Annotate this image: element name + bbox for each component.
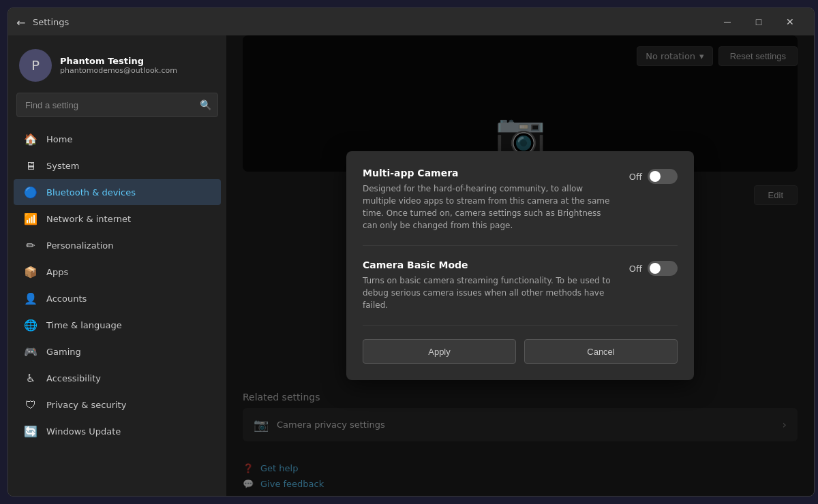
multi-app-camera-item: Multi-app Camera Designed for the hard-o… (363, 168, 678, 232)
close-button[interactable]: ✕ (774, 11, 806, 33)
sidebar-item-time[interactable]: 🌐 Time & language (14, 312, 221, 338)
main-content: P Phantom Testing phantomodemos@outlook.… (8, 35, 814, 496)
titlebar: ← Settings ─ □ ✕ (8, 8, 814, 35)
nav-label-windows_update: Windows Update (46, 426, 121, 437)
maximize-button[interactable]: □ (743, 11, 774, 33)
multi-app-camera-text: Multi-app Camera Designed for the hard-o… (363, 168, 618, 232)
nav-icon-personalization: ✏️ (25, 239, 37, 251)
camera-basic-mode-title: Camera Basic Mode (363, 259, 618, 270)
nav-label-system: System (46, 161, 79, 171)
nav-label-apps: Apps (46, 267, 68, 277)
titlebar-left: ← Settings (16, 16, 69, 27)
nav-icon-windows_update: 🔄 (25, 425, 37, 437)
titlebar-title: Settings (33, 17, 69, 27)
sidebar-item-windows_update[interactable]: 🔄 Windows Update (14, 418, 221, 444)
nav-label-gaming: Gaming (46, 347, 81, 357)
nav-icon-gaming: 🎮 (25, 345, 37, 358)
nav-list: 🏠 Home 🖥 System 🔵 Bluetooth & devices 📶 … (8, 125, 226, 445)
nav-icon-time: 🌐 (25, 319, 37, 331)
avatar-initial: P (31, 57, 40, 74)
user-section: P Phantom Testing phantomodemos@outlook.… (8, 41, 226, 93)
nav-icon-accessibility: ♿ (25, 372, 37, 384)
nav-label-accessibility: Accessibility (46, 373, 101, 383)
multi-app-toggle[interactable] (648, 169, 678, 184)
camera-basic-mode-text: Camera Basic Mode Turns on basic camera … (363, 259, 618, 311)
apply-button[interactable]: Apply (363, 339, 516, 364)
multi-app-toggle-label: Off (629, 172, 642, 182)
avatar: P (19, 49, 52, 82)
sidebar-item-personalization[interactable]: ✏️ Personalization (14, 232, 221, 258)
multi-app-toggle-group: Off (629, 169, 678, 184)
nav-label-bluetooth: Bluetooth & devices (46, 187, 136, 198)
user-name: Phantom Testing (60, 56, 177, 66)
basic-mode-toggle-group: Off (629, 261, 678, 276)
settings-window: ← Settings ─ □ ✕ P Phantom Testing phant… (7, 7, 815, 497)
modal-buttons: Apply Cancel (363, 339, 678, 364)
nav-label-time: Time & language (46, 320, 122, 330)
camera-basic-mode-desc: Turns on basic camera streaming function… (363, 274, 618, 311)
search-input[interactable] (16, 93, 218, 117)
sidebar-item-home[interactable]: 🏠 Home (14, 126, 221, 152)
search-icon: 🔍 (200, 99, 211, 110)
basic-mode-toggle[interactable] (648, 261, 678, 276)
nav-icon-accounts: 👤 (25, 292, 37, 304)
sidebar-item-accessibility[interactable]: ♿ Accessibility (14, 365, 221, 391)
nav-label-accounts: Accounts (46, 294, 87, 304)
sidebar-item-bluetooth[interactable]: 🔵 Bluetooth & devices (14, 179, 221, 205)
sidebar: P Phantom Testing phantomodemos@outlook.… (8, 35, 226, 496)
camera-basic-mode-item: Camera Basic Mode Turns on basic camera … (363, 259, 678, 311)
nav-label-network: Network & internet (46, 214, 131, 224)
cancel-button[interactable]: Cancel (524, 339, 678, 364)
nav-label-home: Home (46, 134, 72, 144)
sidebar-item-privacy[interactable]: 🛡 Privacy & security (14, 392, 221, 418)
camera-basic-mode-section: Camera Basic Mode Turns on basic camera … (363, 259, 678, 326)
nav-label-personalization: Personalization (46, 240, 114, 251)
window-controls: ─ □ ✕ (712, 11, 806, 33)
search-box: 🔍 (16, 93, 218, 117)
multi-app-camera-desc: Designed for the hard-of-hearing communi… (363, 183, 618, 232)
user-info: Phantom Testing phantomodemos@outlook.co… (60, 56, 177, 75)
settings-modal: Multi-app Camera Designed for the hard-o… (346, 151, 694, 380)
basic-mode-toggle-label: Off (629, 264, 642, 274)
multi-app-camera-section: Multi-app Camera Designed for the hard-o… (363, 168, 678, 246)
content-area: ... › Cameras › Just a phone. (Windows V… (226, 35, 814, 496)
nav-icon-apps: 📦 (25, 266, 37, 278)
nav-icon-bluetooth: 🔵 (25, 186, 37, 198)
nav-icon-home: 🏠 (25, 133, 37, 145)
back-icon[interactable]: ← (16, 16, 27, 27)
minimize-button[interactable]: ─ (712, 11, 743, 33)
nav-icon-privacy: 🛡 (25, 398, 37, 411)
nav-icon-system: 🖥 (25, 159, 37, 172)
sidebar-item-system[interactable]: 🖥 System (14, 153, 221, 178)
sidebar-item-network[interactable]: 📶 Network & internet (14, 206, 221, 232)
nav-label-privacy: Privacy & security (46, 400, 126, 410)
nav-icon-network: 📶 (25, 212, 37, 225)
sidebar-item-apps[interactable]: 📦 Apps (14, 259, 221, 285)
sidebar-item-accounts[interactable]: 👤 Accounts (14, 285, 221, 311)
sidebar-item-gaming[interactable]: 🎮 Gaming (14, 338, 221, 364)
user-email: phantomodemos@outlook.com (60, 66, 177, 75)
modal-overlay: Multi-app Camera Designed for the hard-o… (226, 35, 814, 496)
multi-app-camera-title: Multi-app Camera (363, 168, 618, 178)
